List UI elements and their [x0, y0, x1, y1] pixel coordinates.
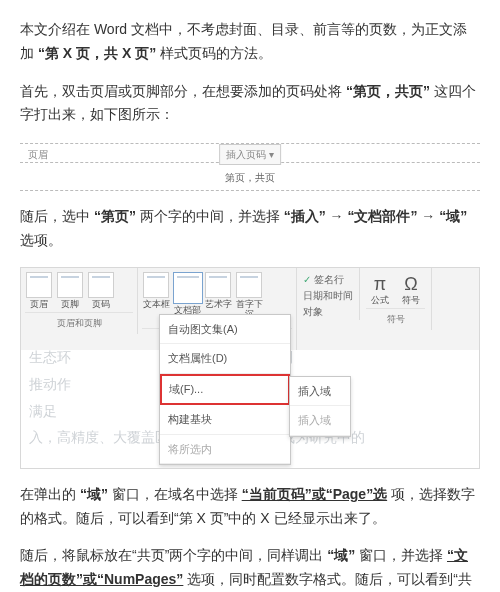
text: 窗口，并选择: [359, 547, 443, 563]
paragraph-1: 本文介绍在 Word 文档中，不考虑封面、目录、前言等的页数，为正文添加 “第 …: [20, 18, 480, 66]
bold: “第 X 页，共 X 页”: [38, 45, 156, 61]
text: 在弹出的: [20, 486, 76, 502]
paragraph-5: 随后，将鼠标放在“共页”两个字的中间，同样调出 “域” 窗口，并选择 “文档的页…: [20, 544, 480, 592]
text: 窗口，在域名中选择: [112, 486, 238, 502]
text: 样式页码的方法。: [160, 45, 272, 61]
word-ribbon-screenshot: 页眉 页脚 页码 页眉和页脚 文本框 文档部件 艺术字 首字下沉 文本 签名行 …: [20, 267, 480, 469]
submenu-insert-field[interactable]: 插入域: [290, 377, 350, 407]
text: 随后，将鼠标放在“共页”两个字的中间，同样调出: [20, 547, 323, 563]
text: 两个字的中间，并选择: [140, 208, 280, 224]
center-text: 第页，共页: [20, 163, 480, 190]
bold-underline: “当前页码”或“Page”选: [242, 486, 387, 502]
text: 随后，选中: [20, 208, 90, 224]
bold: “插入”: [284, 208, 326, 224]
bold: “域”: [327, 547, 355, 563]
submenu-insert-field-2: 插入域: [290, 406, 350, 436]
insert-pagenum-button[interactable]: 插入页码 ▾: [219, 144, 281, 165]
arrow: →: [421, 208, 439, 224]
bold: “文档部件”: [347, 208, 417, 224]
menu-autotext[interactable]: 自动图文集(A): [160, 315, 290, 345]
ribbon-header[interactable]: 页眉: [25, 272, 53, 310]
text: 选项。: [20, 232, 62, 248]
ribbon-right-list: 签名行 日期和时间 对象: [297, 268, 360, 320]
text: 首先，双击页眉或页脚部分，在想要添加的页码处将: [20, 83, 342, 99]
object[interactable]: 对象: [303, 304, 353, 320]
arrow: →: [330, 208, 348, 224]
menu-save: 将所选内: [160, 435, 290, 465]
signature-line[interactable]: 签名行: [303, 272, 353, 288]
group-caption: 符号: [366, 308, 425, 330]
doc-parts-menu: 自动图文集(A) 文档属性(D) 域(F)... 构建基块 将所选内: [159, 314, 291, 465]
menu-blocks[interactable]: 构建基块: [160, 405, 290, 435]
field-submenu: 插入域 插入域: [289, 376, 351, 437]
header-label: 页眉: [28, 146, 48, 163]
bold: “第页，共页”: [346, 83, 430, 99]
menu-field[interactable]: 域(F)...: [160, 374, 290, 405]
menu-docprop[interactable]: 文档属性(D): [160, 344, 290, 374]
paragraph-4: 在弹出的 “域” 窗口，在域名中选择 “当前页码”或“Page”选 项，选择数字…: [20, 483, 480, 531]
bold: “域”: [439, 208, 467, 224]
bold: “域”: [80, 486, 108, 502]
header-footer-illustration: 页眉 插入页码 ▾ 第页，共页: [20, 141, 480, 191]
paragraph-2: 首先，双击页眉或页脚部分，在想要添加的页码处将 “第页，共页” 这四个字打出来，…: [20, 80, 480, 128]
date-time[interactable]: 日期和时间: [303, 288, 353, 304]
ribbon-formula[interactable]: π公式: [366, 272, 394, 306]
group-caption: 页眉和页脚: [25, 312, 133, 334]
ribbon-footer[interactable]: 页脚: [56, 272, 84, 310]
text: 插入页码: [226, 149, 266, 160]
ribbon-pagenum[interactable]: 页码: [87, 272, 115, 310]
bold: “第页”: [94, 208, 136, 224]
paragraph-3: 随后，选中 “第页” 两个字的中间，并选择 “插入” → “文档部件” → “域…: [20, 205, 480, 253]
ribbon-symbol[interactable]: Ω符号: [397, 272, 425, 306]
